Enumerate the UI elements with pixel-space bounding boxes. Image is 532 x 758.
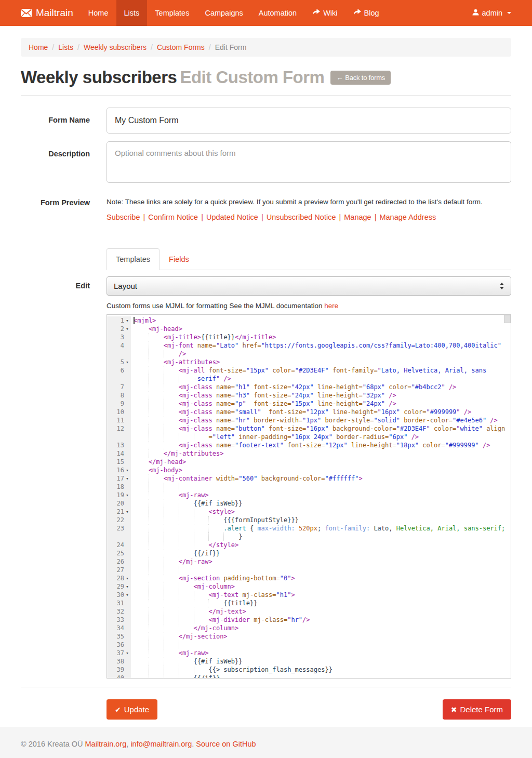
code-text[interactable]: </mj-column> (131, 624, 511, 632)
editor-scrollbar-thumb[interactable] (504, 315, 511, 323)
code-text[interactable]: <mj-body> (131, 466, 511, 474)
code-text[interactable]: -serif" /> (131, 375, 511, 383)
link-separator: | (339, 213, 341, 221)
code-text[interactable]: </mj-text> (131, 607, 511, 616)
nav-item-blog[interactable]: Blog (345, 0, 387, 26)
code-text[interactable]: <mj-class name="footer-text" font-size="… (131, 441, 511, 449)
tab-templates[interactable]: Templates (107, 248, 159, 270)
tab-fields[interactable]: Fields (159, 248, 198, 270)
fold-toggle-icon[interactable]: ▾ (124, 491, 130, 499)
code-text[interactable]: <style> (131, 508, 511, 516)
edit-select[interactable]: Layout (107, 276, 511, 296)
fold-toggle-icon[interactable]: ▾ (124, 466, 130, 474)
footer-link-info-mailtrain-org[interactable]: info@mailtrain.org (130, 740, 192, 748)
update-button[interactable]: ✔Update (107, 699, 157, 720)
breadcrumb-item-home[interactable]: Home (29, 43, 48, 51)
editor-line: 30▾<mj-text mj-class="h1"> (107, 591, 511, 599)
code-text[interactable]: <mj-class name="hr" border-width="1px" b… (131, 416, 511, 424)
indent-guide (134, 591, 149, 599)
code-text[interactable]: <mj-divider mj-class="hr"/> (131, 616, 511, 624)
fold-toggle-icon[interactable]: ▾ (124, 649, 130, 657)
code-text[interactable] (131, 566, 511, 574)
nav-item-home[interactable]: Home (81, 0, 116, 26)
fold-toggle-icon[interactable]: ▾ (124, 474, 130, 483)
fold-toggle-icon[interactable]: ▾ (124, 508, 130, 516)
fold-toggle-icon[interactable]: ▾ (124, 591, 130, 599)
user-menu[interactable]: admin (472, 0, 512, 26)
code-text[interactable]: /> (131, 350, 511, 358)
code-text[interactable]: <mj-attributes> (131, 358, 511, 366)
code-text[interactable]: <mj-column> (131, 582, 511, 591)
code-editor[interactable]: 1▾<mjml>2▾<mj-head>3<mj-title>{{title}}<… (107, 314, 511, 679)
code-text[interactable]: {{> subscription_flash_messages}} (131, 666, 511, 674)
code-text[interactable]: <mj-all font-size="15px" color="#2D3E4F"… (131, 366, 511, 375)
indent-guide (149, 649, 164, 657)
preview-link-confirm-notice[interactable]: Confirm Notice (148, 213, 198, 221)
code-text[interactable]: <mj-class name="p" font-size="15px" line… (131, 400, 511, 408)
code-text[interactable]: <mj-class name="button" font-size="16px"… (131, 424, 511, 433)
nav-item-lists[interactable]: Lists (116, 0, 148, 26)
indent-guide (134, 491, 149, 499)
preview-link-manage-address[interactable]: Manage Address (379, 213, 436, 221)
brand-link[interactable]: Mailtrain (21, 0, 73, 26)
indent-guide (134, 508, 149, 516)
nav-item-templates[interactable]: Templates (147, 0, 197, 26)
preview-link-manage[interactable]: Manage (344, 213, 371, 221)
indent-guide (164, 533, 179, 541)
fold-toggle-icon[interactable]: ▾ (124, 325, 130, 333)
code-text[interactable]: <mj-font name="Lato" href="https://fonts… (131, 341, 511, 350)
fold-toggle-icon[interactable]: ▾ (124, 358, 130, 366)
indent-guide (164, 582, 179, 591)
editor-line: 7<mj-class name="h1" font-size="42px" li… (107, 383, 511, 391)
code-text[interactable]: <mj-raw> (131, 649, 511, 657)
indent-guide (134, 383, 149, 391)
edit-label: Edit (21, 276, 107, 290)
code-text[interactable]: {{#if isWeb}} (131, 657, 511, 666)
code-text[interactable]: <mj-class name="h3" font-size="24px" lin… (131, 391, 511, 400)
code-text[interactable]: </mj-head> (131, 458, 511, 466)
code-text[interactable]: </style> (131, 541, 511, 549)
footer-link-mailtrain-org[interactable]: Mailtrain.org (85, 740, 127, 748)
code-text[interactable]: <mjml> (131, 316, 511, 325)
code-text[interactable]: ="left" inner-padding="16px 24px" border… (131, 433, 511, 441)
breadcrumb-item-custom-forms[interactable]: Custom Forms (157, 43, 205, 51)
nav-item-automation[interactable]: Automation (251, 0, 304, 26)
fold-toggle-icon[interactable]: ▾ (124, 316, 130, 325)
code-text[interactable]: {{title}} (131, 599, 511, 607)
code-text[interactable]: <mj-section padding-bottom="0"> (131, 574, 511, 582)
code-text[interactable]: <mj-title>{{title}}</mj-title> (131, 333, 511, 341)
code-text[interactable]: <mj-class name="h1" font-size="42px" lin… (131, 383, 511, 391)
code-text[interactable]: .alert { max-width: 520px; font-family: … (131, 524, 511, 533)
code-text[interactable]: <mj-head> (131, 325, 511, 333)
code-text[interactable]: } (131, 533, 511, 541)
code-text[interactable]: </mj-attributes> (131, 449, 511, 458)
preview-link-updated-notice[interactable]: Updated Notice (206, 213, 258, 221)
preview-link-subscribe[interactable]: Subscribe (107, 213, 140, 221)
code-text[interactable] (131, 641, 511, 649)
nav-item-wiki[interactable]: Wiki (304, 0, 345, 26)
code-text[interactable]: <mj-raw> (131, 491, 511, 499)
fold-toggle-icon[interactable]: ▾ (124, 574, 130, 582)
code-text[interactable] (131, 483, 511, 491)
mjml-doc-link[interactable]: here (324, 302, 338, 310)
code-text[interactable]: <mj-class name="small" font-size="12px" … (131, 408, 511, 416)
breadcrumb-item-lists[interactable]: Lists (58, 43, 73, 51)
footer-link-source-on-github[interactable]: Source on GitHub (196, 740, 256, 748)
back-to-forms-button[interactable]: ←Back to forms (330, 71, 391, 85)
code-text[interactable]: <mj-text mj-class="h1"> (131, 591, 511, 599)
code-text[interactable]: <mj-container width="560" background-col… (131, 474, 511, 483)
code-text[interactable]: {{{formInputStyle}}} (131, 516, 511, 524)
user-name: admin (482, 9, 503, 17)
code-text[interactable]: {{/if}} (131, 674, 511, 679)
nav-item-campaigns[interactable]: Campaigns (197, 0, 250, 26)
breadcrumb-item-weekly-subscribers[interactable]: Weekly subscribers (84, 43, 147, 51)
code-text[interactable]: {{/if}} (131, 549, 511, 557)
delete-form-button[interactable]: ✖Delete Form (443, 699, 511, 720)
code-text[interactable]: {{#if isWeb}} (131, 499, 511, 508)
fold-toggle-icon[interactable]: ▾ (124, 582, 130, 591)
form-name-input[interactable] (107, 108, 511, 134)
description-textarea[interactable] (107, 141, 511, 183)
code-text[interactable]: </mj-raw> (131, 557, 511, 566)
code-text[interactable]: </mj-section> (131, 632, 511, 641)
preview-link-unsubscribed-notice[interactable]: Unsubscribed Notice (267, 213, 336, 221)
